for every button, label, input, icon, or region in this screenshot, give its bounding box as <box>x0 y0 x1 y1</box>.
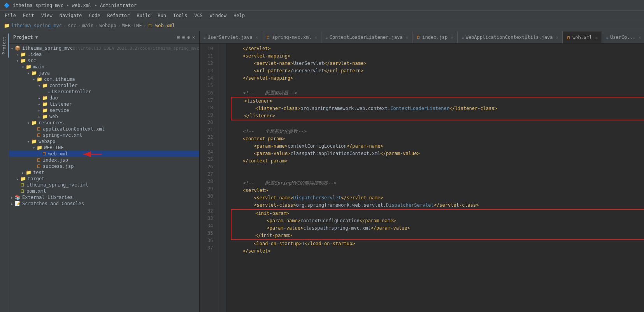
tree-arrow-WEB-INF[interactable]: ▾ <box>31 146 37 150</box>
settings-icon[interactable]: ⚙ <box>187 35 190 40</box>
tree-arrow-controller[interactable]: ▾ <box>37 84 42 88</box>
tree-item-webapp[interactable]: ▾📁webapp <box>9 138 199 145</box>
tree-arrow-webapp[interactable]: ▾ <box>26 139 31 144</box>
tree-item-target[interactable]: ▸📁target <box>9 176 199 182</box>
tree-arrow-External Libraries[interactable]: ▸ <box>9 195 15 200</box>
close-panel-icon[interactable]: ✕ <box>192 35 195 40</box>
tab-spring_mvc_xml[interactable]: 🗒 spring-mvc.xml ✕ <box>262 31 321 43</box>
tree-item-controller[interactable]: ▾📁controller <box>9 82 199 89</box>
tree-item-success.jsp[interactable]: 🗒success.jsp <box>9 163 199 169</box>
menu-item-tools[interactable]: Tools <box>170 12 190 19</box>
tab-UserServlet_java[interactable]: ☕ UserServlet.java ✕ <box>200 31 263 43</box>
breadcrumb-item-4[interactable]: WEB-INF <box>122 23 142 28</box>
menu-item-code[interactable]: Code <box>86 12 104 19</box>
tree-arrow-root[interactable]: ▾ <box>9 46 15 51</box>
line-numbers: 1011121314151617181920212223242526272829… <box>200 44 219 312</box>
breadcrumb-item-5[interactable]: 🗒 web.xml <box>148 23 175 28</box>
code-line-11: <servlet-mapping> <box>230 52 644 60</box>
code-line-35: </init-param> <box>232 232 644 239</box>
tree-label-webapp: webapp <box>39 139 55 144</box>
code-line-12: <servlet-name>UserServlet</servlet-name> <box>230 60 644 67</box>
tree-arrow-main[interactable]: ▾ <box>20 65 26 69</box>
breadcrumb-item-2[interactable]: main <box>82 23 93 28</box>
window-title: itheima_spring_mvc - web.xml - Administr… <box>13 3 137 8</box>
tree-arrow-target[interactable]: ▸ <box>15 177 20 181</box>
tree-item-listener[interactable]: ▸📁listener <box>9 101 199 107</box>
tree-arrow-listener[interactable]: ▸ <box>37 102 42 106</box>
tree-label-success.jsp: success.jsp <box>43 164 74 169</box>
tree-item-resources[interactable]: ▾📁resources <box>9 120 199 126</box>
editor-area: ☕ UserServlet.java ✕🗒 spring-mvc.xml ✕☕ … <box>200 31 644 312</box>
tree-item-main[interactable]: ▾📁main <box>9 64 199 70</box>
breadcrumb-project-icon: 📁 <box>4 23 10 28</box>
line-number-15: 15 <box>203 82 216 89</box>
tree-arrow-dao[interactable]: ▸ <box>37 96 42 100</box>
menu-item-file[interactable]: File <box>2 12 19 19</box>
line-number-19: 19 <box>203 112 216 119</box>
menu-item-edit[interactable]: Edit <box>20 12 37 19</box>
tree-item-UserController[interactable]: ☕UserController <box>9 89 199 95</box>
menu-item-window[interactable]: Window <box>207 12 230 19</box>
sidebar-tab-project[interactable]: Project <box>0 33 9 58</box>
tree-item-spring-mvc.xml[interactable]: 🗒spring-mvc.xml <box>9 132 199 138</box>
tree-arrow-src[interactable]: ▾ <box>15 59 20 63</box>
code-line-37: </servlet> <box>230 248 644 255</box>
tree-arrow-com.itheima[interactable]: ▾ <box>31 77 37 82</box>
code-line-15 <box>230 82 644 89</box>
tree-item-itheima_spring_mvc.iml[interactable]: 🗒itheima_spring_mvc.iml <box>9 182 199 188</box>
menu-item-vcs[interactable]: VCS <box>191 12 206 19</box>
tree-label-target: target <box>28 176 44 181</box>
tab-web_xml[interactable]: 🗒 web.xml ✕ <box>563 31 602 43</box>
tree-item-pom.xml[interactable]: 🗒pom.xml <box>9 188 199 194</box>
code-line-10: </servlet> <box>230 45 644 52</box>
tree-arrow-test[interactable]: ▸ <box>20 171 26 175</box>
tab-WebApplicationContextUtils_java[interactable]: ☕ WebApplicationContextUtils.java ✕ <box>458 31 563 43</box>
code-line-19: </listener> <box>232 112 644 120</box>
line-number-17: 17 <box>203 97 216 104</box>
tree-item-idea[interactable]: ▸📁.idea <box>9 51 199 58</box>
tree-label-Scratches and Consoles: Scratches and Consoles <box>22 201 84 206</box>
menu-item-view[interactable]: View <box>38 12 56 19</box>
code-content[interactable]: </servlet> <servlet-mapping> <servlet-na… <box>226 44 644 312</box>
tree-item-root[interactable]: ▾📦itheima_spring_mvc D:\IntelliJ IDEA 20… <box>9 45 199 51</box>
tree-item-web[interactable]: ▸📁web <box>9 113 199 120</box>
menu-item-refactor[interactable]: Refactor <box>104 12 133 19</box>
tree-item-com.itheima[interactable]: ▾📁com.itheima <box>9 76 199 82</box>
tree-arrow-idea[interactable]: ▸ <box>15 52 20 57</box>
tree-item-dao[interactable]: ▸📁dao <box>9 95 199 101</box>
main-layout: Project Project ▼ ⊟ ≡ ⚙ ✕ ▾📦itheima_spri… <box>0 31 644 312</box>
line-number-37: 37 <box>203 244 216 252</box>
tree-item-Scratches and Consoles[interactable]: ▸📝Scratches and Consoles <box>9 200 199 207</box>
menu-item-help[interactable]: Help <box>230 12 248 19</box>
code-line-20 <box>230 120 644 128</box>
tree-arrow-Scratches and Consoles[interactable]: ▸ <box>9 202 15 206</box>
code-line-36: <load-on-startup>1</load-on-startup> <box>230 240 644 248</box>
menu-item-run[interactable]: Run <box>154 12 169 19</box>
breadcrumb-item-0[interactable]: itheima_spring_mvc <box>11 23 62 28</box>
collapse-icon[interactable]: ⊟ <box>177 35 180 40</box>
breadcrumb-item-3[interactable]: webapp <box>99 23 116 28</box>
code-line-34: <param-value>classpath:spring-mvc.xml</p… <box>232 225 644 232</box>
tree-item-WEB-INF[interactable]: ▾📁WEB-INF <box>9 145 199 151</box>
tree-arrow-java[interactable]: ▾ <box>26 71 31 75</box>
tree-item-External Libraries[interactable]: ▸📚External Libraries <box>9 194 199 200</box>
tab-index_jsp[interactable]: 🗒 index.jsp ✕ <box>412 31 458 43</box>
breadcrumb-item-1[interactable]: src <box>68 23 76 28</box>
tree-item-applicationContext.xml[interactable]: 🗒applicationContext.xml <box>9 126 199 132</box>
tab-ContextLoaderListener_java[interactable]: ☕ ContextLoaderListener.java ✕ <box>321 31 412 43</box>
menu-item-navigate[interactable]: Navigate <box>56 12 85 19</box>
tree-arrow-web[interactable]: ▸ <box>37 115 42 119</box>
tree-item-java[interactable]: ▾📁java <box>9 70 199 76</box>
tree-arrow-service[interactable]: ▸ <box>37 108 42 113</box>
tree-item-index.jsp[interactable]: 🗒index.jsp <box>9 157 199 163</box>
expand-icon[interactable]: ≡ <box>182 35 185 40</box>
project-header: Project ▼ ⊟ ≡ ⚙ ✕ <box>9 31 199 44</box>
project-dropdown-icon[interactable]: ▼ <box>35 35 38 40</box>
tree-item-service[interactable]: ▸📁service <box>9 107 199 113</box>
tree-arrow-resources[interactable]: ▾ <box>26 121 31 125</box>
tab-UserCo___[interactable]: ☕ UserCo... ✕ <box>602 31 644 43</box>
tree-item-src[interactable]: ▾📁src <box>9 58 199 64</box>
menu-item-build[interactable]: Build <box>133 12 154 19</box>
tree-item-test[interactable]: ▸📁test <box>9 169 199 176</box>
tree-item-web.xml[interactable]: 🗒web.xml <box>9 151 199 157</box>
